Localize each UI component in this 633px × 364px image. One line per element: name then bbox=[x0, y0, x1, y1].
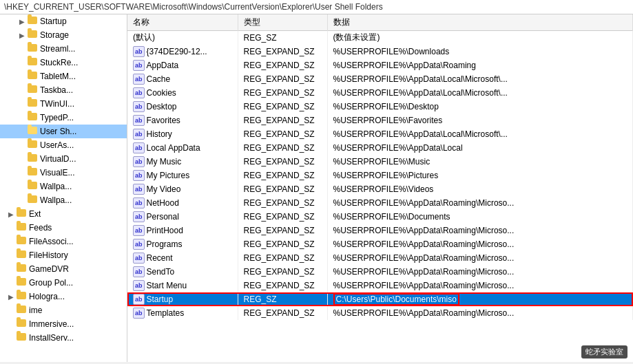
folder-icon bbox=[28, 127, 39, 136]
tree-item-gamedvr[interactable]: GameDVR bbox=[0, 262, 127, 276]
ab-icon: ab bbox=[133, 46, 145, 57]
name-text: Cache bbox=[147, 74, 171, 84]
cell-data: %USERPROFILE%\AppData\Roaming\Microso... bbox=[327, 306, 633, 320]
cell-data: %USERPROFILE%\Videos bbox=[327, 182, 633, 196]
name-text: {374DE290-12... bbox=[147, 47, 207, 56]
tree-label: InstallServ... bbox=[29, 333, 74, 343]
table-row[interactable]: abTemplatesREG_EXPAND_SZ%USERPROFILE%\Ap… bbox=[127, 306, 633, 320]
header-type[interactable]: 类型 bbox=[238, 14, 327, 31]
table-row[interactable]: abCookiesREG_EXPAND_SZ%USERPROFILE%\AppD… bbox=[127, 86, 633, 100]
tree-label: Group Pol... bbox=[29, 278, 73, 288]
table-row[interactable]: abFavoritesREG_EXPAND_SZ%USERPROFILE%\Fa… bbox=[127, 114, 633, 127]
folder-icon bbox=[28, 195, 39, 205]
cell-data: %USERPROFILE%\AppData\Roaming\Microso... bbox=[327, 265, 633, 279]
ab-icon: ab bbox=[133, 211, 145, 222]
tree-expander[interactable]: ▶ bbox=[17, 18, 28, 25]
folder-icon bbox=[28, 140, 39, 150]
tree-label: TypedP... bbox=[40, 113, 74, 122]
tree-label: Immersive... bbox=[29, 319, 74, 329]
table-row[interactable]: abPrintHoodREG_EXPAND_SZ%USERPROFILE%\Ap… bbox=[127, 224, 633, 237]
tree-item-ime[interactable]: ime bbox=[0, 303, 127, 317]
folder-icon bbox=[28, 72, 39, 81]
tree-label: GameDVR bbox=[29, 264, 69, 274]
table-row[interactable]: abLocal AppDataREG_EXPAND_SZ%USERPROFILE… bbox=[127, 141, 633, 155]
table-row[interactable]: abHistoryREG_EXPAND_SZ%USERPROFILE%\AppD… bbox=[127, 127, 633, 141]
header-name[interactable]: 名称 bbox=[127, 14, 238, 31]
cell-data: %USERPROFILE%\AppData\Roaming\Microso... bbox=[327, 196, 633, 210]
table-row[interactable]: abMy PicturesREG_EXPAND_SZ%USERPROFILE%\… bbox=[127, 169, 633, 182]
table-row[interactable]: abCacheREG_EXPAND_SZ%USERPROFILE%\AppDat… bbox=[127, 72, 633, 86]
cell-name: abNetHood bbox=[127, 196, 238, 210]
cell-name: abSendTo bbox=[127, 265, 238, 279]
tree-item-wallpa2[interactable]: Wallpa... bbox=[0, 193, 127, 207]
tree-item-taskba[interactable]: Taskba... bbox=[0, 83, 127, 97]
table-row[interactable]: abPersonalREG_EXPAND_SZ%USERPROFILE%\Doc… bbox=[127, 210, 633, 224]
tree-expander[interactable]: ▶ bbox=[6, 293, 17, 301]
tree-item-ext[interactable]: ▶Ext bbox=[0, 207, 127, 221]
tree-item-storage[interactable]: ▶Storage bbox=[0, 28, 127, 42]
cell-data: %USERPROFILE%\AppData\Local\Microsoft\..… bbox=[327, 127, 633, 141]
tree-expander[interactable]: ▶ bbox=[17, 32, 28, 39]
table-row[interactable]: abProgramsREG_EXPAND_SZ%USERPROFILE%\App… bbox=[127, 237, 633, 251]
tree-item-virtuald[interactable]: VirtualD... bbox=[0, 152, 127, 166]
ab-icon: ab bbox=[133, 129, 145, 140]
ab-icon: ab bbox=[133, 225, 145, 236]
folder-icon bbox=[28, 44, 39, 54]
table-row[interactable]: abSendToREG_EXPAND_SZ%USERPROFILE%\AppDa… bbox=[127, 265, 633, 279]
folder-icon bbox=[17, 278, 28, 288]
ab-icon: ab bbox=[133, 142, 145, 153]
ab-icon: ab bbox=[133, 156, 145, 167]
tree-label: Wallpa... bbox=[40, 195, 72, 205]
tree-item-grouppol[interactable]: Group Pol... bbox=[0, 276, 127, 290]
table-row[interactable]: abStart MenuREG_EXPAND_SZ%USERPROFILE%\A… bbox=[127, 279, 633, 292]
folder-icon bbox=[28, 99, 39, 109]
tree-label: Ext bbox=[29, 209, 41, 219]
cell-type: REG_EXPAND_SZ bbox=[238, 306, 327, 320]
cell-type: REG_EXPAND_SZ bbox=[238, 237, 327, 251]
cell-data: %USERPROFILE%\Music bbox=[327, 155, 633, 169]
tree-label: ime bbox=[29, 306, 42, 315]
table-row[interactable]: abMy MusicREG_EXPAND_SZ%USERPROFILE%\Mus… bbox=[127, 155, 633, 169]
table-row[interactable]: abNetHoodREG_EXPAND_SZ%USERPROFILE%\AppD… bbox=[127, 196, 633, 210]
table-row[interactable]: (默认)REG_SZ(数值未设置) bbox=[127, 31, 633, 45]
table-row[interactable]: abMy VideoREG_EXPAND_SZ%USERPROFILE%\Vid… bbox=[127, 182, 633, 196]
tree-label: Storage bbox=[40, 30, 69, 40]
table-row[interactable]: abAppDataREG_EXPAND_SZ%USERPROFILE%\AppD… bbox=[127, 58, 633, 72]
tree-item-installserv[interactable]: InstallServ... bbox=[0, 331, 127, 345]
ab-icon: ab bbox=[133, 60, 145, 71]
name-text: SendTo bbox=[147, 267, 175, 277]
tree-label: Feeds bbox=[29, 223, 52, 233]
tree-item-immersive[interactable]: Immersive... bbox=[0, 317, 127, 331]
table-row[interactable]: abStartupREG_SZC:\Users\Public\Documents… bbox=[127, 292, 633, 306]
tree-label: TabletM... bbox=[40, 72, 76, 81]
tree-item-visuale[interactable]: VisualE... bbox=[0, 166, 127, 180]
tree-item-fileassoci[interactable]: FileAssoci... bbox=[0, 235, 127, 248]
tree-item-tabletm[interactable]: TabletM... bbox=[0, 69, 127, 83]
cell-name: abLocal AppData bbox=[127, 141, 238, 155]
table-row[interactable]: abRecentREG_EXPAND_SZ%USERPROFILE%\AppDa… bbox=[127, 251, 633, 265]
tree-item-filehistory[interactable]: FileHistory bbox=[0, 248, 127, 262]
tree-item-startup[interactable]: ▶Startup bbox=[0, 14, 127, 28]
cell-data: %USERPROFILE%\AppData\Roaming bbox=[327, 58, 633, 72]
tree-item-streaml[interactable]: Streaml... bbox=[0, 42, 127, 56]
tree-item-wallpa1[interactable]: Wallpa... bbox=[0, 180, 127, 193]
table-row[interactable]: ab{374DE290-12...REG_EXPAND_SZ%USERPROFI… bbox=[127, 45, 633, 58]
tree-item-useras[interactable]: UserAs... bbox=[0, 138, 127, 152]
tree-item-usersh[interactable]: User Sh... bbox=[0, 125, 127, 138]
main-container: ▶Startup▶StorageStreaml...StuckRe...Tabl… bbox=[0, 14, 633, 362]
tree-label: UserAs... bbox=[40, 140, 74, 150]
table-row[interactable]: abDesktopREG_EXPAND_SZ%USERPROFILE%\Desk… bbox=[127, 100, 633, 114]
name-text: My Music bbox=[147, 157, 182, 167]
tree-expander[interactable]: ▶ bbox=[6, 211, 17, 218]
tree-item-twinui[interactable]: TWinUI... bbox=[0, 97, 127, 111]
tree-item-feeds[interactable]: Feeds bbox=[0, 221, 127, 235]
cell-name: abRecent bbox=[127, 251, 238, 265]
tree-item-typedp[interactable]: TypedP... bbox=[0, 111, 127, 125]
tree-label: TWinUI... bbox=[40, 99, 74, 109]
tree-item-stuckre[interactable]: StuckRe... bbox=[0, 56, 127, 69]
cell-type: REG_EXPAND_SZ bbox=[238, 114, 327, 127]
header-data[interactable]: 数据 bbox=[327, 14, 633, 31]
cell-type: REG_EXPAND_SZ bbox=[238, 141, 327, 155]
tree-item-hologra[interactable]: ▶Hologra... bbox=[0, 290, 127, 303]
cell-name: abMy Video bbox=[127, 182, 238, 196]
